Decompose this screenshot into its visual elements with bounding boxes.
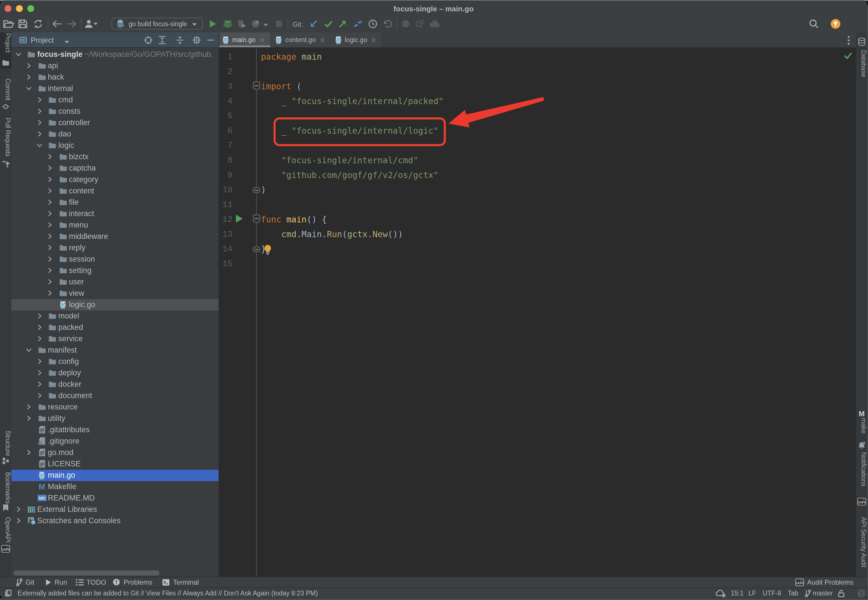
svg-text:/API: /API (858, 500, 865, 505)
svg-text:/API: /API (2, 547, 9, 552)
svg-text:/API: /API (796, 581, 803, 585)
svg-text:M: M (39, 483, 45, 490)
svg-text:MD: MD (38, 495, 45, 500)
svg-text:M: M (859, 410, 865, 417)
